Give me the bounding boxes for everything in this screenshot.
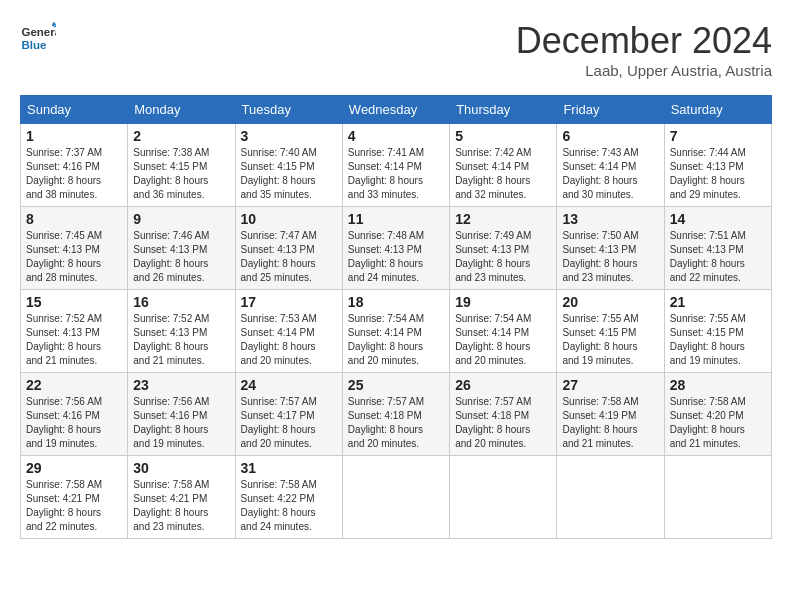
calendar-cell: 1 Sunrise: 7:37 AM Sunset: 4:16 PM Dayli… [21,124,128,207]
sunrise-label: Sunrise: 7:52 AM [26,313,102,324]
calendar-cell: 16 Sunrise: 7:52 AM Sunset: 4:13 PM Dayl… [128,290,235,373]
sunrise-label: Sunrise: 7:56 AM [133,396,209,407]
calendar-cell: 29 Sunrise: 7:58 AM Sunset: 4:21 PM Dayl… [21,456,128,539]
day-info: Sunrise: 7:53 AM Sunset: 4:14 PM Dayligh… [241,312,337,368]
day-number: 1 [26,128,122,144]
daylight-label: Daylight: 8 hours and 19 minutes. [670,341,745,366]
week-row-3: 15 Sunrise: 7:52 AM Sunset: 4:13 PM Dayl… [21,290,772,373]
daylight-label: Daylight: 8 hours and 20 minutes. [455,424,530,449]
sunset-label: Sunset: 4:13 PM [133,327,207,338]
weekday-header-saturday: Saturday [664,96,771,124]
logo-icon: General Blue [20,20,56,56]
daylight-label: Daylight: 8 hours and 20 minutes. [455,341,530,366]
day-number: 20 [562,294,658,310]
sunset-label: Sunset: 4:17 PM [241,410,315,421]
sunset-label: Sunset: 4:13 PM [348,244,422,255]
page-header: General Blue December 2024 Laab, Upper A… [20,20,772,79]
day-number: 17 [241,294,337,310]
day-number: 13 [562,211,658,227]
calendar-cell: 21 Sunrise: 7:55 AM Sunset: 4:15 PM Dayl… [664,290,771,373]
daylight-label: Daylight: 8 hours and 35 minutes. [241,175,316,200]
daylight-label: Daylight: 8 hours and 20 minutes. [348,341,423,366]
calendar-cell [664,456,771,539]
daylight-label: Daylight: 8 hours and 20 minutes. [241,341,316,366]
daylight-label: Daylight: 8 hours and 38 minutes. [26,175,101,200]
day-info: Sunrise: 7:38 AM Sunset: 4:15 PM Dayligh… [133,146,229,202]
calendar-cell: 28 Sunrise: 7:58 AM Sunset: 4:20 PM Dayl… [664,373,771,456]
sunrise-label: Sunrise: 7:50 AM [562,230,638,241]
sunset-label: Sunset: 4:19 PM [562,410,636,421]
logo: General Blue [20,20,56,56]
day-info: Sunrise: 7:52 AM Sunset: 4:13 PM Dayligh… [133,312,229,368]
sunrise-label: Sunrise: 7:37 AM [26,147,102,158]
day-number: 3 [241,128,337,144]
day-number: 27 [562,377,658,393]
sunset-label: Sunset: 4:18 PM [348,410,422,421]
calendar-cell: 6 Sunrise: 7:43 AM Sunset: 4:14 PM Dayli… [557,124,664,207]
sunrise-label: Sunrise: 7:46 AM [133,230,209,241]
daylight-label: Daylight: 8 hours and 33 minutes. [348,175,423,200]
day-info: Sunrise: 7:57 AM Sunset: 4:18 PM Dayligh… [455,395,551,451]
calendar-cell: 31 Sunrise: 7:58 AM Sunset: 4:22 PM Dayl… [235,456,342,539]
sunrise-label: Sunrise: 7:48 AM [348,230,424,241]
sunset-label: Sunset: 4:15 PM [133,161,207,172]
daylight-label: Daylight: 8 hours and 22 minutes. [26,507,101,532]
sunset-label: Sunset: 4:14 PM [348,161,422,172]
sunset-label: Sunset: 4:21 PM [26,493,100,504]
week-row-5: 29 Sunrise: 7:58 AM Sunset: 4:21 PM Dayl… [21,456,772,539]
sunrise-label: Sunrise: 7:54 AM [455,313,531,324]
calendar-cell: 10 Sunrise: 7:47 AM Sunset: 4:13 PM Dayl… [235,207,342,290]
sunrise-label: Sunrise: 7:44 AM [670,147,746,158]
day-info: Sunrise: 7:58 AM Sunset: 4:21 PM Dayligh… [133,478,229,534]
sunrise-label: Sunrise: 7:47 AM [241,230,317,241]
day-number: 11 [348,211,444,227]
daylight-label: Daylight: 8 hours and 32 minutes. [455,175,530,200]
day-number: 12 [455,211,551,227]
day-number: 21 [670,294,766,310]
day-info: Sunrise: 7:57 AM Sunset: 4:17 PM Dayligh… [241,395,337,451]
sunset-label: Sunset: 4:13 PM [670,161,744,172]
day-info: Sunrise: 7:45 AM Sunset: 4:13 PM Dayligh… [26,229,122,285]
sunset-label: Sunset: 4:14 PM [348,327,422,338]
day-number: 15 [26,294,122,310]
sunrise-label: Sunrise: 7:49 AM [455,230,531,241]
sunrise-label: Sunrise: 7:57 AM [241,396,317,407]
sunset-label: Sunset: 4:14 PM [455,327,529,338]
day-info: Sunrise: 7:49 AM Sunset: 4:13 PM Dayligh… [455,229,551,285]
weekday-header-tuesday: Tuesday [235,96,342,124]
sunrise-label: Sunrise: 7:41 AM [348,147,424,158]
day-info: Sunrise: 7:51 AM Sunset: 4:13 PM Dayligh… [670,229,766,285]
sunrise-label: Sunrise: 7:58 AM [562,396,638,407]
day-number: 4 [348,128,444,144]
weekday-header-wednesday: Wednesday [342,96,449,124]
calendar-cell [450,456,557,539]
sunset-label: Sunset: 4:14 PM [241,327,315,338]
calendar-cell: 5 Sunrise: 7:42 AM Sunset: 4:14 PM Dayli… [450,124,557,207]
location-title: Laab, Upper Austria, Austria [516,62,772,79]
daylight-label: Daylight: 8 hours and 26 minutes. [133,258,208,283]
daylight-label: Daylight: 8 hours and 19 minutes. [133,424,208,449]
sunset-label: Sunset: 4:15 PM [670,327,744,338]
sunset-label: Sunset: 4:14 PM [562,161,636,172]
calendar-cell: 26 Sunrise: 7:57 AM Sunset: 4:18 PM Dayl… [450,373,557,456]
sunrise-label: Sunrise: 7:55 AM [670,313,746,324]
sunset-label: Sunset: 4:13 PM [241,244,315,255]
daylight-label: Daylight: 8 hours and 21 minutes. [26,341,101,366]
calendar-cell: 18 Sunrise: 7:54 AM Sunset: 4:14 PM Dayl… [342,290,449,373]
calendar-table: SundayMondayTuesdayWednesdayThursdayFrid… [20,95,772,539]
daylight-label: Daylight: 8 hours and 21 minutes. [133,341,208,366]
daylight-label: Daylight: 8 hours and 22 minutes. [670,258,745,283]
day-number: 28 [670,377,766,393]
day-number: 8 [26,211,122,227]
daylight-label: Daylight: 8 hours and 28 minutes. [26,258,101,283]
day-number: 2 [133,128,229,144]
sunset-label: Sunset: 4:22 PM [241,493,315,504]
day-number: 26 [455,377,551,393]
day-info: Sunrise: 7:47 AM Sunset: 4:13 PM Dayligh… [241,229,337,285]
sunset-label: Sunset: 4:21 PM [133,493,207,504]
calendar-cell: 4 Sunrise: 7:41 AM Sunset: 4:14 PM Dayli… [342,124,449,207]
calendar-cell: 24 Sunrise: 7:57 AM Sunset: 4:17 PM Dayl… [235,373,342,456]
sunset-label: Sunset: 4:13 PM [26,327,100,338]
day-info: Sunrise: 7:54 AM Sunset: 4:14 PM Dayligh… [348,312,444,368]
weekday-header-sunday: Sunday [21,96,128,124]
